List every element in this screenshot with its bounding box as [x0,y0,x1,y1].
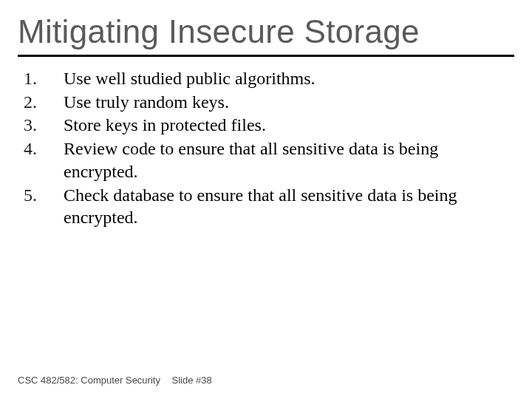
footer-course: CSC 482/582: Computer Security [18,375,160,386]
slide-footer: CSC 482/582: Computer Security Slide #38 [18,375,221,386]
list-item: 4. Review code to ensure that all sensit… [24,137,514,183]
item-text: Use well studied public algorithms. [64,67,514,90]
item-text: Use truly random keys. [64,91,514,114]
item-number: 4. [24,137,64,183]
numbered-list: 1. Use well studied public algorithms. 2… [18,67,514,229]
list-item: 3. Store keys in protected files. [24,114,514,137]
item-text: Review code to ensure that all sensitive… [64,137,514,183]
list-item: 1. Use well studied public algorithms. [24,67,514,90]
item-number: 2. [24,91,64,114]
item-text: Store keys in protected files. [64,114,514,137]
item-number: 1. [24,67,64,90]
item-number: 3. [24,114,64,137]
item-number: 5. [24,184,64,229]
item-text: Check database to ensure that all sensit… [64,184,514,229]
list-item: 2. Use truly random keys. [24,91,514,114]
slide: Mitigating Insecure Storage 1. Use well … [0,0,532,399]
list-item: 5. Check database to ensure that all sen… [24,184,514,229]
title-underline [18,55,514,57]
footer-slide-number: Slide #38 [172,375,212,386]
page-title: Mitigating Insecure Storage [18,13,514,50]
